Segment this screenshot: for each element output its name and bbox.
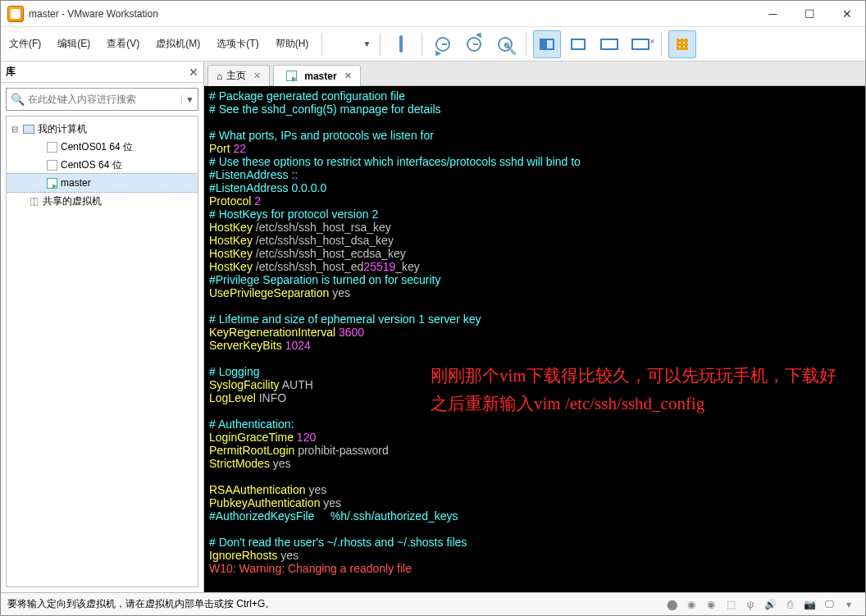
window-title: master - VMware Workstation <box>29 8 754 20</box>
sidebar: 库 ✕ 🔍 ▼ ⊟ 我的计算机 CentOS01 64 位 CentOS 64 <box>1 62 204 592</box>
term-key: HostKey <box>209 221 256 234</box>
term-val: 25519 <box>363 260 395 273</box>
status-sound-icon[interactable] <box>763 599 777 610</box>
annotation-text: 刚刚那个vim下载得比较久，可以先玩玩手机，下载好之后重新输入vim /etc/… <box>431 362 841 418</box>
status-bar: 要将输入定向到该虚拟机，请在虚拟机内部单击或按 Ctrl+G。 <box>1 592 865 615</box>
search-input[interactable] <box>28 94 181 105</box>
status-printer-icon[interactable] <box>782 599 797 610</box>
tab-label: master <box>304 71 336 82</box>
term-val: yes <box>273 457 291 470</box>
separator <box>380 33 381 56</box>
term-line: # HostKeys for protocol version 2 <box>209 208 378 221</box>
term-val: yes <box>308 483 326 496</box>
shared-icon <box>27 194 40 208</box>
term-val: 2 <box>254 194 261 208</box>
term-key: HostKey <box>209 234 256 247</box>
term-val: yes <box>280 549 299 562</box>
vm-console[interactable]: # Package generated configuration file #… <box>204 86 865 592</box>
vmware-icon <box>7 6 24 22</box>
term-val: AUTH <box>282 378 313 391</box>
term-val: /etc/ssh/ssh_host_rsa_key <box>256 221 391 234</box>
status-dropdown-icon[interactable] <box>841 599 856 610</box>
search-icon: 🔍 <box>7 93 28 106</box>
menu-tabs[interactable]: 选项卡(T) <box>208 27 267 61</box>
tree-my-computer[interactable]: ⊟ 我的计算机 <box>7 120 198 138</box>
menu-vm[interactable]: 虚拟机(M) <box>148 27 208 61</box>
title-bar: master - VMware Workstation ─ ☐ ✕ <box>1 1 865 27</box>
term-key: LogLevel <box>209 391 259 404</box>
separator <box>422 33 422 56</box>
tab-master[interactable]: master ✕ <box>273 65 360 86</box>
term-line: #AuthorizedKeysFile %h/.ssh/authorized_k… <box>209 509 458 522</box>
status-floppy-icon[interactable] <box>704 599 718 610</box>
tree-shared-vms[interactable]: 共享的虚拟机 <box>7 192 198 210</box>
pause-button[interactable] <box>329 30 357 58</box>
status-harddisk-icon[interactable] <box>664 599 679 610</box>
computer-icon <box>22 122 35 135</box>
view-exclusive-button[interactable] <box>627 30 654 58</box>
vm-running-icon <box>285 70 298 83</box>
minimize-button[interactable]: ─ <box>754 1 791 26</box>
term-val: 1024 <box>285 339 311 352</box>
snapshot-forward-button[interactable] <box>460 30 488 58</box>
tree-vm-master[interactable]: master <box>7 174 198 192</box>
view-unity-button[interactable] <box>595 30 623 58</box>
tab-home[interactable]: ⌂ 主页 ✕ <box>207 65 270 86</box>
search-box[interactable]: 🔍 ▼ <box>6 88 198 111</box>
tree-label: CentOS 64 位 <box>61 158 122 172</box>
term-line: # Lifetime and size of ephemeral version… <box>209 313 481 326</box>
tab-close-icon[interactable]: ✕ <box>253 71 261 81</box>
term-val: INFO <box>259 391 286 404</box>
status-cdrom-icon[interactable] <box>684 599 699 610</box>
sidebar-close-button[interactable]: ✕ <box>189 66 198 79</box>
vm-tree[interactable]: ⊟ 我的计算机 CentOS01 64 位 CentOS 64 位 master… <box>6 116 198 587</box>
view-sidebar-button[interactable] <box>533 30 561 58</box>
term-line: # Authentication: <box>209 418 294 431</box>
view-fullscreen-button[interactable] <box>564 30 592 58</box>
status-display-icon[interactable] <box>822 599 836 610</box>
separator <box>321 33 322 56</box>
snapshot-manage-button[interactable] <box>491 30 519 58</box>
term-key: Port <box>209 142 234 155</box>
status-text: 要将输入定向到该虚拟机，请在虚拟机内部单击或按 Ctrl+G。 <box>7 597 275 611</box>
term-key: IgnoreRhosts <box>209 549 280 562</box>
term-line: #Privilege Separation is turned on for s… <box>209 273 440 286</box>
term-val: 120 <box>297 431 316 444</box>
toolbar-dropdown[interactable]: ▼ <box>360 30 373 58</box>
tree-vm-centos[interactable]: CentOS 64 位 <box>7 156 198 174</box>
tree-label: 我的计算机 <box>38 122 87 136</box>
vm-icon <box>45 140 58 153</box>
menu-edit[interactable]: 编辑(E) <box>49 27 98 61</box>
close-button[interactable]: ✕ <box>828 1 865 26</box>
menu-view[interactable]: 查看(V) <box>98 27 148 61</box>
vm-icon <box>45 158 58 171</box>
term-val: 22 <box>234 142 247 155</box>
term-val: /etc/ssh/ssh_host_ed <box>256 260 364 273</box>
search-dropdown-button[interactable]: ▼ <box>181 95 198 104</box>
collapse-icon[interactable]: ⊟ <box>10 125 20 134</box>
tree-vm-centos01[interactable]: CentOS01 64 位 <box>7 138 198 156</box>
term-val: yes <box>332 286 350 299</box>
tree-label: master <box>61 177 91 189</box>
tree-label: 共享的虚拟机 <box>43 194 102 208</box>
tab-bar: ⌂ 主页 ✕ master ✕ <box>204 62 865 86</box>
status-camera-icon[interactable] <box>802 599 817 610</box>
status-usb-icon[interactable] <box>743 599 758 610</box>
term-val: yes <box>323 496 341 509</box>
tab-close-icon[interactable]: ✕ <box>344 71 352 81</box>
status-network-icon[interactable] <box>723 599 738 610</box>
maximize-button[interactable]: ☐ <box>791 1 828 26</box>
menu-toolbar: 文件(F) 编辑(E) 查看(V) 虚拟机(M) 选项卡(T) 帮助(H) ▼ <box>1 27 865 62</box>
term-key: ServerKeyBits <box>209 339 285 352</box>
menu-file[interactable]: 文件(F) <box>1 27 49 61</box>
term-key: HostKey <box>209 260 256 273</box>
snapshot-back-button[interactable] <box>429 30 457 58</box>
print-button[interactable] <box>387 30 415 58</box>
term-key: PubkeyAuthentication <box>209 496 323 509</box>
menu-help[interactable]: 帮助(H) <box>267 27 317 61</box>
term-key: RSAAuthentication <box>209 483 308 496</box>
term-key: StrictModes <box>209 457 273 470</box>
thumbnail-bar-button[interactable] <box>668 30 696 58</box>
term-key: SyslogFacility <box>209 378 282 391</box>
term-line: # Use these options to restrict which in… <box>209 155 581 168</box>
